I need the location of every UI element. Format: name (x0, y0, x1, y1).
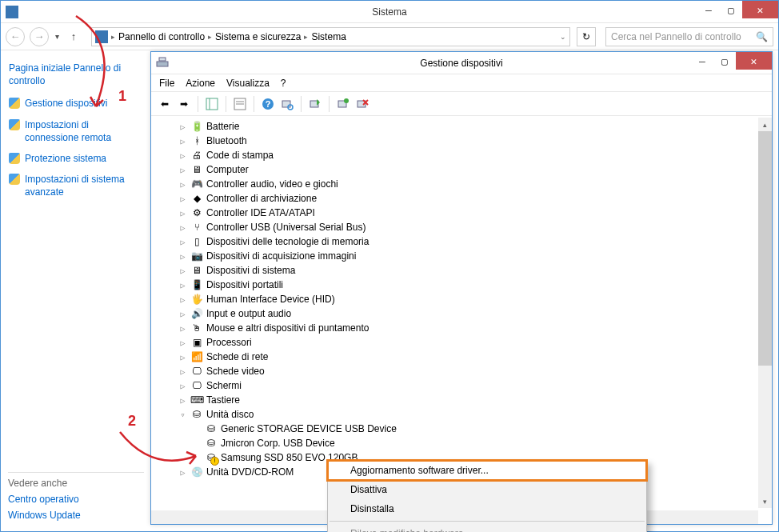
tree-node[interactable]: ▷⌨Tastiere (156, 393, 772, 407)
chevron-right-icon[interactable]: ▸ (111, 33, 115, 41)
tree-node[interactable]: ▷🔋Batterie (156, 119, 772, 134)
inner-maximize-button[interactable]: ▢ (713, 52, 736, 70)
search-input[interactable]: Cerca nel Pannello di controllo 🔍 (605, 27, 773, 46)
tree-node[interactable]: ▷⑂Controller USB (Universal Serial Bus) (156, 220, 772, 234)
tree-node[interactable]: ▷🖥Computer (156, 162, 772, 177)
update-driver-icon[interactable] (306, 95, 324, 113)
svg-rect-9 (282, 101, 290, 107)
expand-icon[interactable]: ▷ (178, 166, 187, 174)
expand-icon[interactable]: ▷ (178, 468, 187, 477)
address-bar[interactable]: ▸ Pannello di controllo▸ Sistema e sicur… (91, 27, 570, 46)
tree-node[interactable]: ▿⛁Unità disco (156, 407, 772, 422)
expand-icon[interactable]: ▷ (178, 238, 187, 246)
tree-node[interactable]: ▷▣Processori (156, 335, 772, 350)
chevron-down-icon[interactable]: ⌄ (560, 33, 566, 41)
expand-icon[interactable]: ▿ (178, 410, 187, 419)
ctx-uninstall[interactable]: Disinstalla (328, 499, 646, 518)
expand-icon[interactable]: ▷ (178, 353, 187, 362)
expand-icon[interactable]: ▷ (178, 310, 187, 318)
menu-help[interactable]: ? (281, 78, 286, 89)
tree-node[interactable]: ⛁Jmicron Corp. USB Device (156, 436, 772, 450)
tree-label: Input e output audio (206, 308, 291, 319)
outer-titlebar[interactable]: Sistema — ▢ ✕ (1, 1, 778, 23)
menu-file[interactable]: File (159, 78, 174, 89)
breadcrumb[interactable]: Pannello di controllo▸ (118, 31, 212, 42)
expand-icon[interactable]: ▷ (178, 367, 187, 376)
help-icon[interactable]: ? (259, 95, 277, 113)
sidebar-item-remote[interactable]: Impostazioni di connessione remota (9, 118, 141, 144)
tree-node[interactable]: ▷ᚼBluetooth (156, 134, 772, 148)
properties-icon[interactable] (231, 95, 249, 113)
scrollbar-thumb[interactable] (758, 131, 772, 366)
tree-node[interactable]: ▷📶Schede di rete (156, 350, 772, 364)
expand-icon[interactable]: ▷ (178, 151, 187, 160)
expand-icon[interactable]: ▷ (178, 137, 187, 146)
tree-node[interactable]: ▷▯Dispositivi delle tecnologie di memori… (156, 234, 772, 249)
expand-icon[interactable]: ▷ (178, 180, 187, 189)
expand-icon[interactable]: ▷ (178, 122, 187, 131)
expand-icon[interactable]: ▷ (178, 252, 187, 261)
disable-icon[interactable] (354, 95, 371, 113)
sidebar-item-protection[interactable]: Protezione sistema (9, 152, 141, 165)
monitor-icon: 🖵 (190, 379, 203, 392)
ctx-update-driver[interactable]: Aggiornamento software driver... (328, 461, 646, 480)
breadcrumb[interactable]: Sistema e sicurezza▸ (215, 31, 308, 42)
inner-close-button[interactable]: ✕ (736, 52, 772, 70)
tree-node[interactable]: ▷🖵Schermi (156, 378, 772, 393)
search-icon[interactable]: 🔍 (756, 31, 768, 42)
scan-hardware-icon[interactable] (278, 95, 296, 113)
tree-label: Controller di archiviazione (206, 193, 317, 204)
close-button[interactable]: ✕ (742, 1, 778, 18)
scroll-down-icon[interactable]: ▾ (758, 494, 772, 508)
up-button[interactable]: ↑ (64, 27, 83, 46)
inner-titlebar[interactable]: Gestione dispositivi — ▢ ✕ (151, 52, 772, 74)
breadcrumb[interactable]: Sistema (311, 31, 346, 42)
show-hide-tree-icon[interactable] (203, 95, 221, 113)
tree-node[interactable]: ▷🖨Code di stampa (156, 148, 772, 162)
see-also-header: Vedere anche (8, 472, 144, 489)
tree-node[interactable]: ▷🖥Dispositivi di sistema (156, 263, 772, 278)
scroll-up-icon[interactable]: ▴ (758, 118, 772, 131)
inner-minimize-button[interactable]: — (691, 52, 713, 70)
svg-rect-0 (157, 62, 168, 66)
uninstall-icon[interactable] (334, 95, 352, 113)
expand-icon[interactable]: ▷ (178, 223, 187, 232)
control-panel-home-link[interactable]: Pagina iniziale Pannello di controllo (9, 62, 141, 87)
expand-icon[interactable]: ▷ (178, 382, 187, 390)
menu-view[interactable]: Visualizza (226, 78, 270, 89)
tree-node[interactable]: ▷🖐Human Interface Device (HID) (156, 292, 772, 306)
svg-rect-2 (206, 98, 218, 110)
expand-icon[interactable]: ▷ (178, 338, 187, 347)
see-also-link[interactable]: Centro operativo (8, 494, 144, 505)
expand-icon[interactable]: ▷ (178, 266, 187, 275)
tree-node[interactable]: ▷📷Dispositivi di acquisizione immagini (156, 249, 772, 263)
expand-icon[interactable]: ▷ (178, 396, 187, 405)
back-button[interactable]: ← (6, 27, 25, 46)
tree-node[interactable]: ▷⚙Controller IDE ATA/ATAPI (156, 206, 772, 220)
tree-node[interactable]: ▷📱Dispositivi portatili (156, 278, 772, 292)
tree-node[interactable]: ▷🔊Input e output audio (156, 306, 772, 321)
window-title: Sistema (372, 6, 406, 18)
nav-back-icon[interactable]: ⬅ (156, 95, 174, 113)
tree-node[interactable]: ▷🖱Mouse e altri dispositivi di puntament… (156, 321, 772, 335)
tree-node[interactable]: ▷◆Controller di archiviazione (156, 191, 772, 206)
expand-icon[interactable]: ▷ (178, 281, 187, 290)
tree-node[interactable]: ▷🎮Controller audio, video e giochi (156, 177, 772, 191)
history-dropdown-icon[interactable]: ▾ (55, 32, 59, 41)
minimize-button[interactable]: — (697, 1, 720, 18)
expand-icon[interactable]: ▷ (178, 295, 187, 304)
tree-node[interactable]: ▷🖵Schede video (156, 364, 772, 378)
expand-icon[interactable]: ▷ (178, 194, 187, 203)
forward-button[interactable]: → (30, 27, 49, 46)
maximize-button[interactable]: ▢ (720, 1, 742, 18)
sidebar-item-advanced[interactable]: Impostazioni di sistema avanzate (9, 173, 141, 198)
menu-action[interactable]: Azione (186, 78, 215, 89)
see-also-link[interactable]: Windows Update (8, 510, 144, 521)
tree-node[interactable]: ⛁Generic STORAGE DEVICE USB Device (156, 422, 772, 436)
ctx-disable[interactable]: Disattiva (328, 480, 646, 499)
nav-forward-icon[interactable]: ➡ (175, 95, 193, 113)
refresh-button[interactable]: ↻ (577, 27, 596, 46)
expand-icon[interactable]: ▷ (178, 324, 187, 333)
expand-icon[interactable]: ▷ (178, 209, 187, 218)
vertical-scrollbar[interactable]: ▴ ▾ (758, 118, 772, 508)
